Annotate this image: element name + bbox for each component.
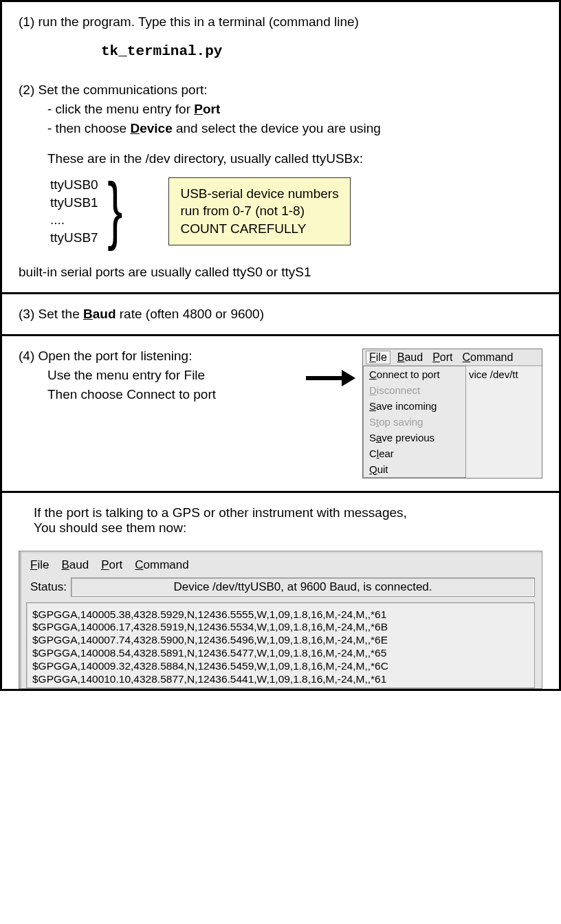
menu-file[interactable]: File: [366, 351, 390, 364]
terminal-screenshot: File Baud Port Command Status: Device /d…: [19, 551, 542, 689]
section-step-3: (3) Set the Baud rate (often 4800 or 960…: [2, 294, 559, 336]
menu-command[interactable]: Command: [463, 351, 514, 364]
dropdown-item[interactable]: Save previous: [364, 430, 465, 446]
step5-line2: You should see them now:: [34, 520, 542, 536]
section-step-4: (4) Open the port for listening: Use the…: [2, 336, 559, 493]
step1-command: tk_terminal.py: [101, 43, 222, 59]
t: evice: [140, 121, 173, 135]
dropdown-item[interactable]: Quit: [364, 461, 465, 477]
tty-item: ttyUSB7: [50, 229, 98, 247]
status-fragment: vice /dev/tt: [466, 366, 542, 478]
curly-brace-icon: }: [107, 175, 122, 243]
menu-baud[interactable]: Baud: [397, 351, 423, 364]
step2-below-note: built-in serial ports are usually called…: [19, 265, 542, 280]
dropdown-item[interactable]: Clear: [364, 446, 465, 461]
callout-box: USB-serial device numbers run from 0-7 (…: [168, 177, 350, 245]
mini-menubar: File Baud Port Command: [363, 349, 542, 366]
callout-line: run from 0-7 (not 1-8): [180, 202, 338, 220]
callout-line: USB-serial device numbers: [180, 185, 338, 203]
file-dropdown: Connect to portDisconnectSave incomingSt…: [363, 366, 466, 478]
callout-line: COUNT CAREFULLY: [180, 220, 338, 238]
t: B: [83, 307, 93, 321]
t: - then choose: [47, 121, 130, 135]
menu-file[interactable]: File: [30, 558, 49, 572]
status-field: Device /dev/ttyUSB0, at 9600 Baud, is co…: [71, 578, 535, 597]
mini-menu-screenshot: File Baud Port Command Connect to portDi…: [362, 349, 542, 478]
terminal-output: $GPGGA,140005.38,4328.5929,N,12436.5555,…: [26, 602, 535, 688]
tty-item: ttyUSB1: [50, 194, 98, 212]
menu-port[interactable]: Port: [101, 558, 122, 572]
arrow-icon: [306, 373, 355, 383]
tty-item: ....: [50, 211, 98, 229]
step4-line2: Use the menu entry for File: [19, 368, 299, 383]
section-step-1-2: (1) run the program. Type this in a term…: [2, 2, 559, 294]
menu-baud[interactable]: Baud: [61, 558, 89, 572]
step2-subtext: These are in the /dev directory, usually…: [19, 151, 542, 166]
step5-line1: If the port is talking to a GPS or other…: [34, 505, 542, 520]
step2-bullet1: - click the menu entry for Port: [19, 102, 542, 117]
t: rate (often 4800 or 9600): [116, 307, 264, 321]
step2-heading: (2) Set the communications port:: [19, 82, 542, 98]
dropdown-item[interactable]: Connect to port: [364, 366, 465, 382]
step4-line1: (4) Open the port for listening:: [19, 349, 299, 364]
menu-command[interactable]: Command: [135, 558, 188, 572]
step1-text: (1) run the program. Type this in a term…: [19, 14, 542, 30]
tty-item: ttyUSB0: [50, 176, 98, 194]
step4-line3: Then choose Connect to port: [19, 387, 299, 402]
step2-bullet2: - then choose Device and select the devi…: [19, 121, 542, 136]
dropdown-item: Disconnect: [364, 382, 465, 398]
t: aud: [93, 307, 116, 321]
tty-list: ttyUSB0 ttyUSB1 .... ttyUSB7: [50, 176, 98, 247]
tty-row: ttyUSB0 ttyUSB1 .... ttyUSB7 } USB-seria…: [19, 176, 542, 247]
t: D: [130, 121, 140, 135]
document-page: (1) run the program. Type this in a term…: [0, 0, 561, 691]
dropdown-item[interactable]: Save incoming: [364, 398, 465, 414]
big-menubar: File Baud Port Command: [19, 551, 542, 576]
menu-port[interactable]: Port: [432, 351, 452, 364]
t: and select the device you are using: [173, 121, 381, 135]
section-step-5: If the port is talking to a GPS or other…: [2, 493, 559, 689]
t: - click the menu entry for: [47, 102, 194, 116]
status-label: Status:: [30, 580, 67, 594]
dropdown-item: Stop saving: [364, 414, 465, 430]
t: (3) Set the: [19, 307, 83, 321]
t: P: [194, 102, 203, 116]
t: ort: [203, 102, 220, 116]
